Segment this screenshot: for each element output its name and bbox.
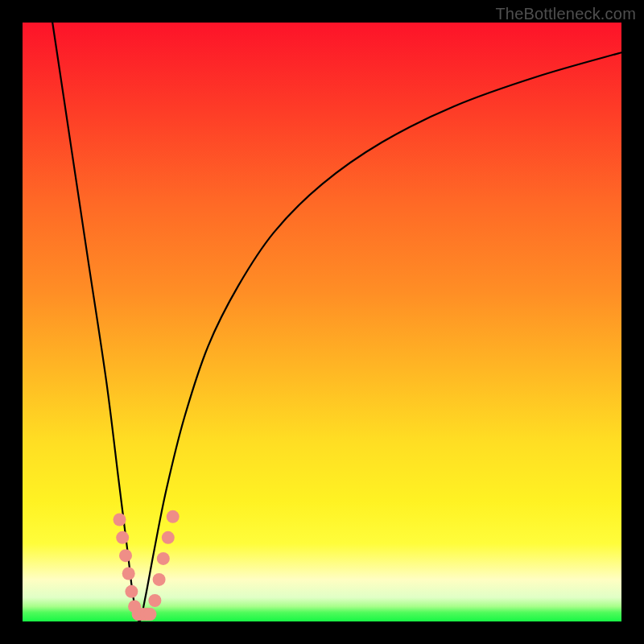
- highlight-dot: [153, 573, 166, 586]
- highlight-dot: [125, 585, 138, 598]
- highlight-dot: [162, 531, 175, 544]
- highlight-dot: [122, 568, 135, 580]
- highlight-dot-group: [114, 510, 180, 621]
- highlight-dot: [114, 514, 126, 526]
- chart-overlay-svg: [23, 23, 621, 621]
- bottleneck-curve-line: [52, 23, 621, 621]
- highlight-dot: [119, 549, 132, 562]
- chart-frame: TheBottleneck.com: [0, 0, 644, 644]
- highlight-dot: [157, 552, 170, 565]
- highlight-dot: [116, 531, 129, 544]
- highlight-dot: [167, 510, 180, 523]
- highlight-dot: [148, 594, 161, 607]
- watermark-text: TheBottleneck.com: [495, 5, 636, 23]
- highlight-dot: [144, 608, 157, 621]
